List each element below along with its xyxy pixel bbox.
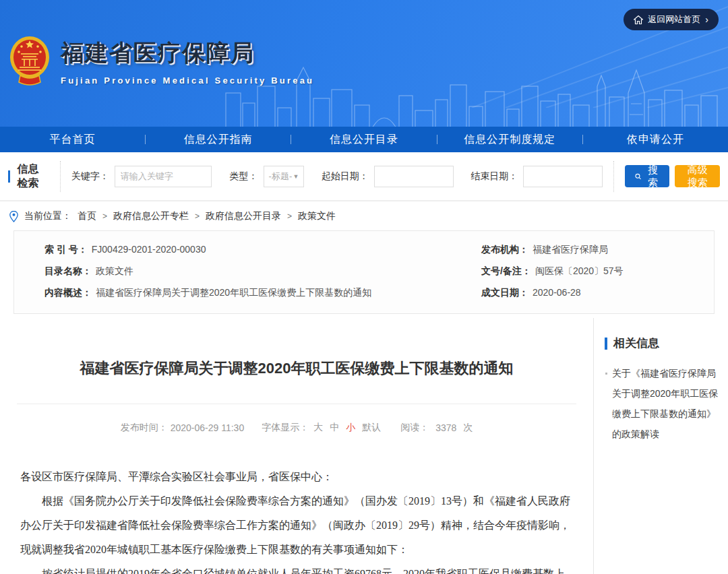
sidebar-accent-bar bbox=[605, 338, 607, 350]
start-date-label: 起始日期： bbox=[322, 170, 369, 183]
info-summary-value: 福建省医疗保障局关于调整2020年职工医保缴费上下限基数的通知 bbox=[96, 287, 371, 299]
sidebar-title: 相关信息 bbox=[613, 336, 659, 351]
search-button-label: 搜索 bbox=[646, 164, 660, 189]
info-docno: 文号/备注： 闽医保〔2020〕57号 bbox=[481, 261, 714, 282]
end-date-label: 结束日期： bbox=[471, 170, 518, 183]
related-info-sidebar: 相关信息 关于《福建省医疗保障局关于调整2020年职工医保缴费上下限基数的通知》… bbox=[593, 318, 728, 574]
home-button-label: 返回网站首页 bbox=[648, 13, 700, 26]
search-section-label: 信息检索 bbox=[17, 162, 46, 191]
site-subtitle: Fujian Province Medical Security Bureau bbox=[61, 75, 314, 86]
font-size-small-button[interactable]: 小 bbox=[346, 422, 355, 434]
title-divider bbox=[17, 404, 576, 404]
site-title: 福建省医疗保障局 bbox=[61, 38, 314, 69]
breadcrumb-separator: > bbox=[195, 212, 200, 221]
nav-item-home[interactable]: 平台首页 bbox=[0, 133, 145, 147]
logo-row: 福建省医疗保障局 Fujian Province Medical Securit… bbox=[9, 34, 314, 89]
article-body: 各设区市医疗保障局、平潭综合实验区社会事业局，省医保中心： 根据《国务院办公厅关… bbox=[20, 465, 573, 574]
end-date-input[interactable] bbox=[523, 166, 603, 187]
info-issuer-label: 发布机构： bbox=[481, 244, 528, 256]
content-wrap: 福建省医疗保障局关于调整2020年职工医保缴费上下限基数的通知 发布时间： 20… bbox=[0, 318, 728, 574]
sidebar-title-row: 相关信息 bbox=[605, 336, 719, 351]
nav-item-disclosure-rules[interactable]: 信息公开制度规定 bbox=[437, 133, 582, 147]
home-icon bbox=[634, 15, 643, 24]
font-size-label: 字体显示： bbox=[262, 422, 309, 434]
breadcrumb-separator: > bbox=[102, 212, 107, 221]
info-docno-label: 文号/备注： bbox=[481, 265, 531, 278]
info-issuer-value: 福建省医疗保障局 bbox=[533, 244, 608, 256]
publish-time-group: 发布时间： 2020-06-29 11:30 bbox=[121, 422, 245, 434]
type-select-value: -标题- bbox=[269, 170, 293, 183]
related-info-link[interactable]: 关于《福建省医疗保障局关于调整2020年职工医保缴费上下限基数的通知》的政策解读 bbox=[605, 363, 719, 444]
nav-item-apply-disclosure[interactable]: 依申请公开 bbox=[583, 133, 728, 147]
read-count-unit: 次 bbox=[463, 422, 473, 434]
info-date-value: 2020-06-28 bbox=[533, 287, 581, 298]
article-main: 福建省医疗保障局关于调整2020年职工医保缴费上下限基数的通知 发布时间： 20… bbox=[0, 318, 593, 574]
info-catalog-label: 目录名称： bbox=[44, 265, 92, 278]
dotted-divider bbox=[60, 161, 61, 192]
national-emblem-logo bbox=[9, 34, 50, 89]
publish-time-value: 2020-06-29 11:30 bbox=[171, 422, 245, 433]
nav-item-disclosure-catalog[interactable]: 信息公开目录 bbox=[291, 133, 436, 147]
site-header: 返回网站首页 › 福建省医疗保障局 Fujian Province Medica… bbox=[0, 0, 728, 127]
document-info-box: 索 引 号： FJ00429-0201-2020-00030 发布机构： 福建省… bbox=[13, 230, 715, 314]
section-marker bbox=[8, 170, 10, 183]
font-size-medium-button[interactable]: 中 bbox=[330, 422, 339, 434]
keyword-input[interactable] bbox=[115, 166, 212, 187]
publish-time-label: 发布时间： bbox=[121, 422, 168, 434]
info-catalog: 目录名称： 政策文件 bbox=[14, 261, 481, 282]
breadcrumb-item-home[interactable]: 首页 bbox=[78, 210, 96, 222]
breadcrumb: 当前位置： 首页 > 政府信息公开专栏 > 政府信息公开目录 > 政策文件 bbox=[0, 201, 728, 229]
start-date-input[interactable] bbox=[374, 166, 454, 187]
info-issuer: 发布机构： 福建省医疗保障局 bbox=[481, 239, 714, 261]
search-icon bbox=[635, 172, 641, 181]
search-section: 信息检索 关键字： 类型： -标题- ▼ 起始日期： 结束日期： 搜索 高级搜索 bbox=[0, 152, 728, 201]
info-date-label: 成文日期： bbox=[481, 287, 528, 299]
type-label: 类型： bbox=[230, 170, 258, 183]
info-index-label: 索 引 号： bbox=[44, 244, 88, 256]
advanced-search-button[interactable]: 高级搜索 bbox=[675, 165, 720, 187]
search-button[interactable]: 搜索 bbox=[625, 165, 669, 187]
read-count-group: 阅读： 3378 次 bbox=[400, 422, 473, 434]
info-summary: 内容概述： 福建省医疗保障局关于调整2020年职工医保缴费上下限基数的通知 bbox=[14, 282, 481, 304]
dropdown-arrow-icon: ▼ bbox=[293, 173, 299, 180]
chevron-right-icon: › bbox=[705, 15, 708, 24]
read-count-label: 阅读： bbox=[400, 422, 429, 434]
article-paragraph: 按省统计局提供的2019年全省全口径城镇单位就业人员年平均工资69768元，20… bbox=[20, 562, 573, 574]
page: 返回网站首页 › 福建省医疗保障局 Fujian Province Medica… bbox=[0, 0, 728, 574]
type-select[interactable]: -标题- ▼ bbox=[264, 166, 305, 187]
site-titles: 福建省医疗保障局 Fujian Province Medical Securit… bbox=[61, 38, 314, 86]
info-index: 索 引 号： FJ00429-0201-2020-00030 bbox=[14, 239, 481, 261]
article-meta: 发布时间： 2020-06-29 11:30 字体显示： 大 中 小 默认 阅读… bbox=[20, 422, 573, 434]
info-date: 成文日期： 2020-06-28 bbox=[481, 282, 714, 304]
advanced-search-label: 高级搜索 bbox=[684, 164, 711, 189]
info-index-value: FJ00429-0201-2020-00030 bbox=[92, 244, 206, 255]
article-paragraph: 各设区市医疗保障局、平潭综合实验区社会事业局，省医保中心： bbox=[20, 465, 573, 489]
breadcrumb-item-disclosure-column[interactable]: 政府信息公开专栏 bbox=[113, 210, 189, 222]
breadcrumb-item-policy-files[interactable]: 政策文件 bbox=[298, 210, 336, 222]
main-nav: 平台首页 信息公开指南 信息公开目录 信息公开制度规定 依申请公开 bbox=[0, 127, 728, 152]
font-size-large-button[interactable]: 大 bbox=[313, 422, 323, 434]
breadcrumb-item-disclosure-catalog[interactable]: 政府信息公开目录 bbox=[206, 210, 281, 222]
keyword-label: 关键字： bbox=[71, 170, 109, 183]
breadcrumb-label: 当前位置： bbox=[24, 210, 71, 222]
location-pin-icon bbox=[9, 211, 18, 222]
back-to-home-button[interactable]: 返回网站首页 › bbox=[624, 9, 719, 30]
font-size-group: 字体显示： 大 中 小 默认 bbox=[262, 422, 383, 434]
breadcrumb-separator: > bbox=[287, 212, 292, 221]
nav-item-disclosure-guide[interactable]: 信息公开指南 bbox=[146, 133, 291, 147]
font-size-default-button[interactable]: 默认 bbox=[362, 422, 381, 434]
article-title: 福建省医疗保障局关于调整2020年职工医保缴费上下限基数的通知 bbox=[20, 357, 573, 379]
info-catalog-value: 政策文件 bbox=[96, 265, 133, 278]
read-count-value: 3378 bbox=[435, 422, 456, 433]
dotted-divider bbox=[613, 161, 614, 192]
article-paragraph: 根据《国务院办公厅关于印发降低社会保险费率综合方案的通知》（国办发〔2019〕1… bbox=[20, 489, 573, 562]
info-docno-value: 闽医保〔2020〕57号 bbox=[535, 265, 624, 278]
info-summary-label: 内容概述： bbox=[44, 287, 92, 299]
